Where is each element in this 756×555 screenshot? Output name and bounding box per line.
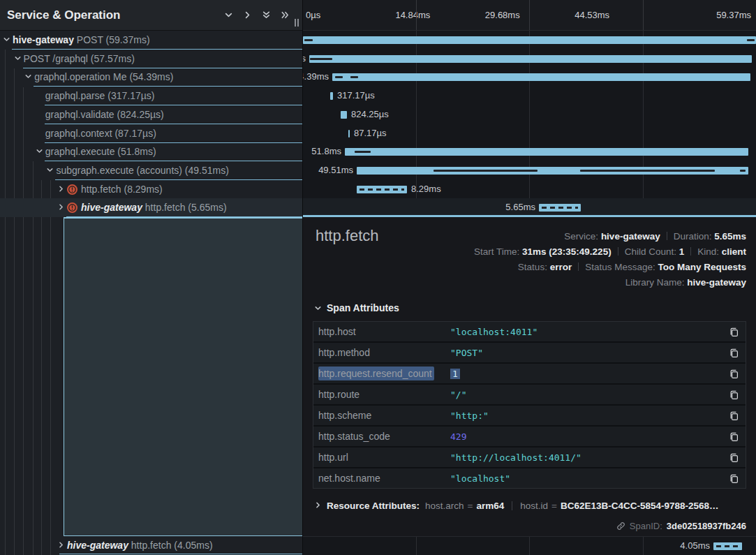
copy-icon[interactable] <box>727 410 746 421</box>
child-span-mark <box>335 76 343 78</box>
operation-name: graphql.operation Me (54.39ms) <box>34 71 173 82</box>
span-timeline-row[interactable]: 57.57ms <box>303 50 756 68</box>
span-row-label: subgraph.execute (accounts) (49.51ms) <box>56 165 228 176</box>
span-attributes-header[interactable]: Span Attributes <box>314 302 399 313</box>
selected-text-highlight: http.request.resend_count <box>318 367 434 380</box>
span-timeline-row[interactable]: 51.8ms <box>303 142 756 161</box>
collapse-all-icon[interactable] <box>259 8 273 22</box>
attribute-value: "localhost:4011" <box>450 327 727 337</box>
chevron-down-icon[interactable] <box>14 54 22 62</box>
span-timeline-row[interactable]: 49.51ms <box>303 161 756 180</box>
span-tree-row[interactable]: graphql.execute (51.8ms) <box>0 142 303 161</box>
span-timeline-row[interactable]: 4.05ms <box>303 537 756 555</box>
meta-value: hive-gateway <box>601 231 660 242</box>
span-duration-bar[interactable] <box>330 92 333 100</box>
copy-icon[interactable] <box>727 348 746 358</box>
resource-value: arm64 <box>476 501 504 511</box>
meta-value: client <box>722 246 746 257</box>
chevron-right-icon[interactable] <box>57 185 65 193</box>
operation-name: graphql.execute (51.8ms) <box>45 146 156 157</box>
collapse-one-icon[interactable] <box>221 8 235 22</box>
copy-icon[interactable] <box>727 327 746 337</box>
span-timeline-row[interactable]: 317.17µs <box>303 87 756 105</box>
chevron-down-icon[interactable] <box>24 73 32 80</box>
resource-attributes-title: Resource Attributes: <box>327 501 420 511</box>
span-timeline-row[interactable]: 8.29ms <box>303 180 756 199</box>
resource-attributes-row[interactable]: Resource Attributes:host.arch=arm64host.… <box>314 501 719 511</box>
meta-divider <box>618 247 618 256</box>
selected-text-highlight: 1 <box>450 369 460 379</box>
copy-icon[interactable] <box>727 369 746 379</box>
span-duration-bar[interactable] <box>357 167 748 175</box>
panel-resize-handle[interactable] <box>295 19 299 27</box>
span-duration-bar[interactable] <box>713 542 742 550</box>
operation-name: POST /graphql (57.57ms) <box>24 53 135 64</box>
meta-label: Kind: <box>697 246 722 257</box>
span-timeline-row[interactable] <box>303 31 756 50</box>
expand-all-icon[interactable] <box>278 8 292 22</box>
span-duration-bar[interactable] <box>341 111 347 119</box>
span-tree-row[interactable]: graphql.operation Me (54.39ms) <box>0 68 303 87</box>
attribute-key: http.request.resend_count <box>313 368 450 379</box>
span-duration-bar[interactable] <box>303 36 756 44</box>
copy-icon[interactable] <box>727 452 746 463</box>
attribute-value: "/" <box>450 390 727 400</box>
span-duration-bar[interactable] <box>357 186 407 193</box>
copy-icon[interactable] <box>727 390 746 400</box>
span-tree-row[interactable]: subgraph.execute (accounts) (49.51ms) <box>0 161 303 180</box>
span-row-label: graphql.validate (824.25µs) <box>45 109 164 120</box>
span-tree-row[interactable]: POST /graphql (57.57ms) <box>0 50 303 68</box>
span-tree-row[interactable]: http.fetch (8.29ms) <box>0 180 303 199</box>
span-timeline-row[interactable]: 87.17µs <box>303 124 756 143</box>
span-duration-bar[interactable] <box>348 130 350 138</box>
timeline-header: 0µs14.84ms29.68ms44.53ms59.37ms <box>303 0 756 31</box>
span-id-label: SpanID: <box>630 521 662 531</box>
meta-divider <box>667 232 667 240</box>
span-timeline-row[interactable]: 54.39ms <box>303 68 756 87</box>
span-tree-row[interactable]: hive-gateway POST (59.37ms) <box>0 31 303 50</box>
tree-panel-header: Service & Operation <box>0 0 303 31</box>
span-duration-bar[interactable] <box>309 55 752 63</box>
meta-value: 1 <box>679 246 685 257</box>
span-tree-row[interactable]: graphql.parse (317.17µs) <box>0 87 303 105</box>
trace-viewer: 0µs14.84ms29.68ms44.53ms59.37ms 57.57ms5… <box>0 0 756 555</box>
tick-label: 59.37ms <box>662 10 756 20</box>
operation-name: subgraph.execute (accounts) (49.51ms) <box>56 165 228 176</box>
span-duration-bar[interactable] <box>539 204 581 212</box>
span-timeline-row[interactable]: 824.25µs <box>303 105 756 124</box>
chevron-down-icon[interactable] <box>36 147 43 155</box>
span-tree-row[interactable]: hive-gateway http.fetch (4.05ms) <box>0 536 303 554</box>
chevron-right-icon[interactable] <box>57 203 65 211</box>
span-tree-row[interactable]: graphql.context (87.17µs) <box>0 124 303 143</box>
duration-label: 54.39ms <box>303 71 329 82</box>
span-timeline-row[interactable]: 5.65ms <box>303 198 756 217</box>
chevron-right-icon[interactable] <box>57 541 65 549</box>
chevron-down-icon[interactable] <box>46 166 54 174</box>
chevron-down-icon <box>314 304 322 312</box>
span-details-panel: http.fetch Service: hive-gatewayDuration… <box>303 217 756 536</box>
copy-icon[interactable] <box>727 431 746 442</box>
attribute-row: http.scheme"http:" <box>313 406 746 425</box>
link-icon[interactable] <box>616 521 625 531</box>
span-meta-line: Service: hive-gatewayDuration: 5.65ms <box>474 229 746 244</box>
span-meta-line: Start Time: 31ms (23:35:49.225)Child Cou… <box>474 244 746 260</box>
expand-one-icon[interactable] <box>240 8 254 22</box>
span-row-label: hive-gateway http.fetch (4.05ms) <box>67 540 213 551</box>
operation-name: http.fetch (5.65ms) <box>145 202 227 213</box>
span-row-label: hive-gateway POST (59.37ms) <box>13 34 150 45</box>
meta-divider <box>690 247 691 256</box>
timeline-body: 57.57ms54.39ms317.17µs824.25µs87.17µs51.… <box>303 31 756 217</box>
resource-key: host.id <box>520 501 548 511</box>
span-tree-row[interactable]: graphql.validate (824.25µs) <box>0 105 303 124</box>
row-separator <box>59 554 303 554</box>
span-tree-row[interactable]: hive-gateway http.fetch (5.65ms) <box>0 198 303 217</box>
span-duration-bar[interactable] <box>332 73 750 81</box>
span-id-row: SpanID: 3de02518937fb246 <box>616 521 746 531</box>
child-span-mark <box>304 39 313 41</box>
chevron-down-icon[interactable] <box>3 36 10 43</box>
span-row-label: graphql.parse (317.17µs) <box>45 90 155 101</box>
span-duration-bar[interactable] <box>345 148 748 156</box>
duration-label: 5.65ms <box>505 202 535 212</box>
copy-icon[interactable] <box>727 473 746 484</box>
duration-label: 87.17µs <box>354 128 387 138</box>
